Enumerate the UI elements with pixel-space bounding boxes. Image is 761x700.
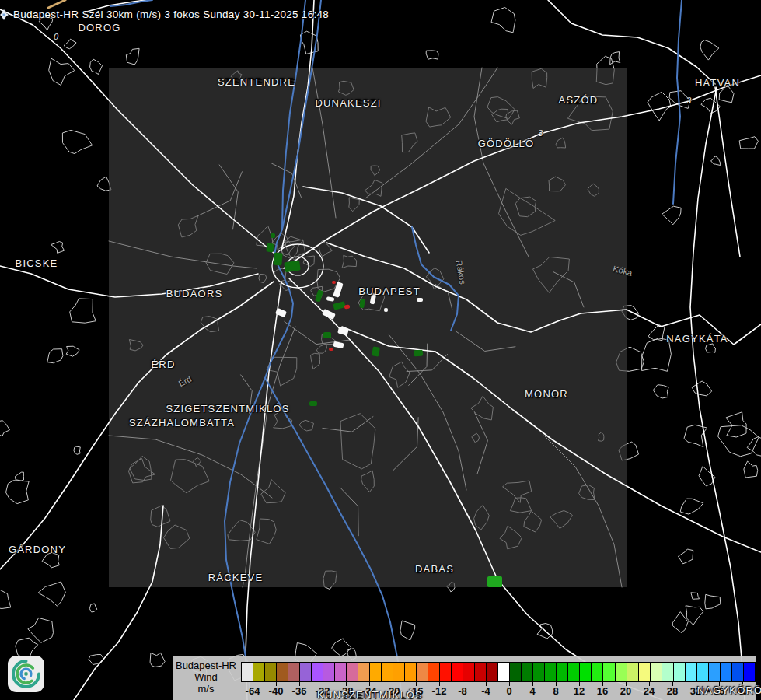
city-label: DABAS xyxy=(415,563,454,575)
radar-echo xyxy=(309,401,317,406)
app-logo xyxy=(7,655,45,693)
city-label: MONOR xyxy=(525,388,568,400)
color-scale-cell xyxy=(242,663,253,681)
radar-echo xyxy=(329,348,333,351)
color-scale-bar xyxy=(241,662,756,682)
city-label: GÁRDONY xyxy=(9,544,66,555)
color-scale-cell xyxy=(744,663,755,681)
major-road-line xyxy=(289,278,662,700)
scale-tick-label: -64 xyxy=(246,685,260,697)
color-scale-cell xyxy=(463,663,475,681)
radar-echo xyxy=(487,576,502,587)
color-scale-cell xyxy=(440,663,452,681)
city-label: DUNAKESZI xyxy=(315,97,381,109)
city-label: NAGYKÁTA xyxy=(666,333,728,345)
scale-tick-label: 28 xyxy=(667,685,678,697)
major-road-line xyxy=(0,9,278,257)
radar-echo xyxy=(284,261,301,273)
color-scale-cell xyxy=(557,663,568,681)
radar-echo xyxy=(271,233,275,238)
color-scale-cell xyxy=(603,663,615,681)
scale-tick-label: -36 xyxy=(292,685,307,697)
color-scale-cell xyxy=(405,663,417,681)
legend-product-label: Budapest-HR xyxy=(173,660,239,671)
color-scale-cell xyxy=(639,663,651,681)
city-label: ÉRD xyxy=(151,359,175,370)
radar-echo xyxy=(384,308,388,312)
scale-tick-label: 24 xyxy=(644,685,655,697)
radar-map-view[interactable]: Budapest-HR Wind m/s -64-40-36-32-28-24-… xyxy=(0,0,761,700)
scale-tick-label: -40 xyxy=(269,685,284,697)
minor-road-line xyxy=(553,272,584,307)
radar-echo xyxy=(273,253,282,266)
minor-road-line xyxy=(109,436,272,498)
river-line xyxy=(412,227,459,331)
radar-echo xyxy=(417,298,423,302)
minor-road-line xyxy=(475,413,488,474)
color-scale-cell xyxy=(487,663,498,681)
city-label: DOROG xyxy=(78,22,120,33)
color-scale-cell xyxy=(393,663,405,681)
minor-road-line xyxy=(393,418,418,471)
color-scale-cell xyxy=(686,663,697,681)
major-road-line xyxy=(342,327,761,552)
color-scale-cell xyxy=(347,663,358,681)
color-scale-cell xyxy=(522,663,533,681)
scale-tick-label: -4 xyxy=(481,685,490,697)
color-scale-cell xyxy=(253,663,265,681)
color-scale-cell xyxy=(592,663,603,681)
color-scale-cell xyxy=(323,663,335,681)
scale-tick-label: 0 xyxy=(506,685,511,697)
minor-road-line xyxy=(456,331,515,352)
color-scale-cell xyxy=(545,663,557,681)
major-road-line xyxy=(246,282,281,700)
scale-tick-label: 20 xyxy=(620,685,631,697)
color-scale-cell xyxy=(498,663,510,681)
color-scale-cell xyxy=(697,663,709,681)
major-road-line xyxy=(74,506,163,700)
highway-segment xyxy=(48,0,65,8)
color-scale-cell xyxy=(616,663,627,681)
scale-tick-label: -12 xyxy=(432,685,447,697)
city-label: SZENTENDRE xyxy=(218,76,295,88)
color-scale-cell xyxy=(300,663,312,681)
city-label: NAGYKŐRÖS xyxy=(697,684,761,696)
color-scale-cell xyxy=(580,663,592,681)
color-scale-cell xyxy=(533,663,545,681)
minor-road-line xyxy=(544,436,622,587)
color-scale-cell xyxy=(475,663,487,681)
radar-echo xyxy=(332,281,336,284)
color-scale-cell xyxy=(662,663,674,681)
color-scale-cell xyxy=(358,663,370,681)
color-scale-cell xyxy=(709,663,721,681)
wind-scale-legend: Budapest-HR Wind m/s -64-40-36-32-28-24-… xyxy=(173,656,756,700)
color-scale-cell xyxy=(721,663,732,681)
scale-tick-label: 16 xyxy=(597,685,608,697)
color-scale-cell xyxy=(265,663,277,681)
major-road-line xyxy=(690,87,745,700)
city-label: BUDAPEST xyxy=(358,285,421,297)
minor-road-line xyxy=(389,334,466,490)
color-scale-cell xyxy=(651,663,662,681)
minor-road-line xyxy=(474,68,529,257)
road-number-label: 3 xyxy=(538,128,543,138)
color-scale-cell xyxy=(452,663,463,681)
color-scale-cell xyxy=(428,663,440,681)
city-label: HATVAN xyxy=(695,77,740,89)
radar-echo xyxy=(323,332,331,338)
minor-road-line xyxy=(109,241,257,268)
scale-tick-label: -8 xyxy=(458,685,467,697)
color-scale-cell xyxy=(277,663,288,681)
color-scale-cell xyxy=(288,663,300,681)
city-label: BUDAÖRS xyxy=(166,288,223,299)
river-line xyxy=(110,0,152,6)
major-road-line xyxy=(715,87,740,257)
color-scale-cell xyxy=(568,663,580,681)
legend-field-label: Wind xyxy=(173,671,239,683)
legend-unit-label: m/s xyxy=(173,683,239,695)
color-scale-cell xyxy=(335,663,347,681)
color-scale-cell xyxy=(382,663,393,681)
city-label: ASZÓD xyxy=(559,94,599,106)
color-scale-cell xyxy=(370,663,382,681)
minor-road-line xyxy=(323,417,373,432)
